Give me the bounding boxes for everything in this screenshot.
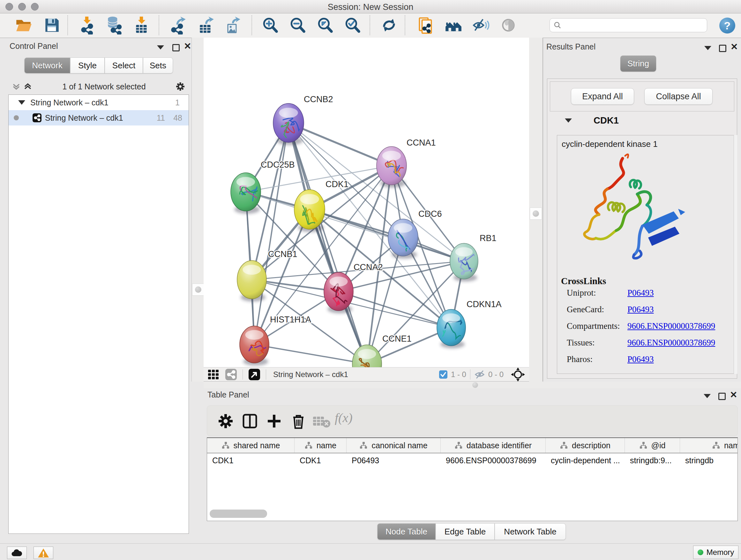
collapse-section-icon[interactable] (565, 118, 572, 123)
network-node-rb1[interactable]: RB1 (450, 233, 496, 282)
column-type-icon (712, 442, 720, 449)
add-column-icon[interactable] (265, 412, 284, 431)
network-collection-row[interactable]: String Network – cdk1 1 (9, 95, 189, 110)
collapse-arrow-icon[interactable] (18, 100, 25, 105)
column-type-icon (560, 442, 568, 449)
zoom-out-icon[interactable] (288, 16, 307, 35)
selected-checkbox-icon[interactable] (439, 370, 448, 379)
network-canvas[interactable]: CCNB2CCNA1CDC25BCDK1CDC6RB1CCNB1CCNA2CDK… (204, 38, 529, 367)
show-level-icon[interactable] (499, 16, 518, 35)
column-header-sharedname[interactable]: shared name (207, 438, 294, 453)
zoom-selected-icon[interactable] (343, 16, 362, 35)
crosslink-link[interactable]: P06493 (627, 305, 654, 314)
crosslink-link[interactable]: P06493 (627, 288, 654, 298)
float-panel-icon[interactable] (157, 45, 166, 54)
column-header-label: namespace (724, 441, 738, 450)
float-panel-icon[interactable] (704, 46, 714, 54)
tab-network-table[interactable]: Network Table (495, 523, 566, 540)
close-panel-icon[interactable]: ✕ (731, 44, 740, 52)
tab-sets[interactable]: Sets (143, 57, 173, 73)
network-node-hist1h1a[interactable]: HIST1H1A (240, 315, 311, 366)
grid-view-icon[interactable] (207, 368, 220, 381)
home-networks-icon[interactable] (444, 16, 463, 35)
table-cell[interactable]: P06493 (347, 453, 441, 468)
search-box (549, 18, 707, 32)
network-view[interactable]: CCNB2CCNA1CDC25BCDK1CDC6RB1CCNB1CCNA2CDK… (204, 38, 529, 381)
tab-node-table[interactable]: Node Table (377, 523, 435, 540)
apply-layout-icon[interactable] (380, 16, 398, 35)
column-header-databaseidentifier[interactable]: database identifier (441, 438, 546, 453)
column-header-label: description (572, 441, 610, 450)
table-cell[interactable]: stringdb (680, 453, 738, 468)
maximize-panel-icon[interactable] (719, 45, 726, 52)
import-network-file-icon[interactable] (78, 16, 96, 35)
maximize-panel-icon[interactable] (718, 393, 726, 400)
column-type-icon (639, 442, 648, 449)
left-splitter-handle[interactable] (192, 284, 204, 296)
results-scrollbar[interactable] (734, 135, 737, 374)
column-header-id[interactable]: @id (625, 438, 680, 453)
hide-unhide-icon[interactable] (472, 16, 490, 35)
tab-edge-table[interactable]: Edge Table (435, 523, 495, 540)
show-columns-icon[interactable] (240, 412, 259, 431)
float-panel-icon[interactable] (704, 394, 713, 402)
column-header-namespace[interactable]: namespace (680, 438, 738, 453)
collapse-all-icon[interactable] (11, 82, 22, 91)
cloud-button[interactable] (7, 547, 27, 559)
export-image-icon[interactable] (223, 16, 242, 35)
control-panel-tabs: Network Style Select Sets (24, 57, 173, 73)
tab-select[interactable]: Select (105, 57, 143, 73)
network-row-selected[interactable]: String Network – cdk1 11 48 (9, 110, 189, 125)
search-input[interactable] (562, 20, 700, 30)
right-splitter[interactable] (529, 38, 542, 381)
import-table-file-icon[interactable] (132, 16, 151, 35)
horizontal-splitter-handle[interactable] (472, 382, 478, 388)
save-session-icon[interactable] (43, 16, 61, 35)
column-header-canonicalname[interactable]: canonical name (347, 438, 441, 453)
crosslink-row: GeneCard:P06493 (567, 305, 726, 321)
gene-details: cyclin-dependent kinase 1 (557, 135, 734, 374)
crosslink-link[interactable]: 9606.ENSP00000378699 (627, 338, 715, 348)
column-header-name[interactable]: name (294, 438, 347, 453)
table-cell[interactable]: cyclin-dependent ... (546, 453, 625, 468)
zoom-fit-icon[interactable] (316, 16, 334, 35)
table-cell[interactable]: 9606.ENSP00000378699 (441, 453, 546, 468)
network-node-ccna1[interactable]: CCNA1 (377, 138, 436, 187)
left-splitter[interactable] (192, 38, 204, 381)
hidden-eye-icon[interactable] (474, 369, 486, 380)
network-node-cdc25b[interactable]: CDC25B (231, 160, 295, 213)
zoom-in-icon[interactable] (261, 16, 280, 35)
open-session-icon[interactable] (14, 16, 33, 35)
tab-string[interactable]: String (620, 56, 656, 71)
expand-all-icon[interactable] (22, 82, 33, 91)
network-node-cdkn1a[interactable]: CDKN1A (436, 300, 501, 348)
tab-network[interactable]: Network (24, 57, 70, 73)
crosslink-link[interactable]: 9606.ENSP00000378699 (627, 321, 715, 331)
table-cell[interactable]: stringdb:9... (625, 453, 680, 468)
table-options-gear-icon[interactable] (216, 412, 235, 431)
tab-style[interactable]: Style (70, 57, 105, 73)
import-network-database-icon[interactable] (105, 16, 123, 35)
expand-all-button[interactable]: Expand All (571, 88, 634, 105)
delete-column-icon[interactable] (289, 412, 308, 431)
column-header-description[interactable]: description (546, 438, 625, 453)
export-network-icon[interactable] (169, 16, 188, 35)
table-cell[interactable]: CDK1 (207, 453, 294, 468)
right-splitter-handle[interactable] (530, 207, 542, 220)
horizontal-splitter[interactable] (204, 381, 741, 388)
open-in-window-icon[interactable] (248, 368, 261, 381)
network-node-ccne1[interactable]: CCNE1 (352, 334, 412, 367)
birdseye-view-icon[interactable] (511, 367, 525, 382)
gear-icon[interactable] (175, 81, 186, 92)
help-icon[interactable]: ? (719, 17, 735, 34)
collapse-all-button[interactable]: Collapse All (644, 88, 713, 105)
export-table-icon[interactable] (197, 16, 215, 35)
network-document-icon[interactable] (417, 16, 435, 35)
crosslink-link[interactable]: P06493 (627, 354, 654, 364)
close-panel-icon[interactable]: ✕ (730, 391, 739, 400)
warnings-button[interactable] (33, 547, 53, 559)
memory-button[interactable]: Memory (693, 546, 738, 559)
maximize-panel-icon[interactable] (172, 44, 180, 51)
table-cell[interactable]: CDK1 (294, 453, 347, 468)
table-horizontal-scrollbar[interactable] (210, 509, 267, 518)
